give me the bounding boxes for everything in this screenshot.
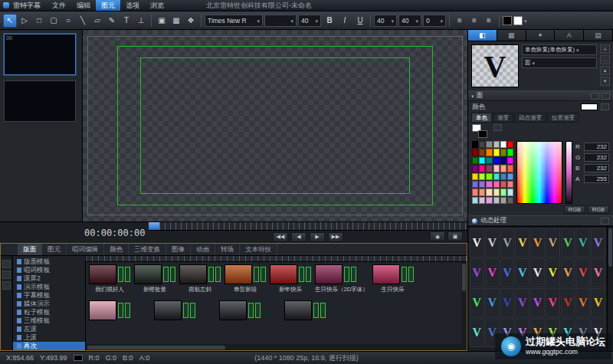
palette-swatch[interactable] — [479, 197, 485, 204]
vertical-text-tool-icon[interactable]: ⊥ — [134, 14, 148, 28]
palette-swatch[interactable] — [507, 181, 513, 188]
palette-swatch[interactable] — [486, 165, 492, 172]
outline-color-swatch[interactable] — [513, 16, 523, 25]
style-preset[interactable]: V — [500, 228, 515, 257]
style-preset[interactable]: V — [515, 288, 529, 317]
fill-color-swatch[interactable] — [503, 16, 512, 25]
palette-swatch[interactable] — [493, 189, 500, 195]
palette-swatch[interactable] — [507, 157, 513, 164]
style-preset[interactable]: V — [591, 288, 605, 317]
palette-swatch[interactable] — [500, 141, 506, 148]
bottom-tab[interactable]: 版面 — [18, 244, 42, 255]
palette-swatch[interactable] — [472, 181, 478, 188]
face-target-select[interactable]: 面 — [522, 57, 597, 68]
preview-timeline-ruler[interactable] — [149, 222, 467, 231]
palette-swatch[interactable] — [493, 181, 500, 188]
timeline-clip[interactable] — [89, 300, 130, 322]
palette-swatch[interactable] — [507, 173, 513, 180]
palette-swatch[interactable] — [479, 141, 485, 148]
palette-swatch[interactable] — [486, 189, 492, 195]
bottom-tab[interactable]: 三维变换 — [129, 244, 166, 255]
color-option-icon[interactable] — [601, 103, 609, 110]
style-preset[interactable]: V — [485, 258, 500, 287]
timeline-clip[interactable]: 摇航左斜 — [179, 264, 221, 293]
tree-item[interactable]: 再次 — [13, 342, 85, 350]
channel-value[interactable]: 255 — [584, 175, 609, 183]
palette-swatch[interactable] — [507, 197, 513, 204]
palette-swatch[interactable] — [486, 181, 492, 188]
tab-font[interactable]: A — [555, 30, 584, 41]
palette-swatch[interactable] — [500, 157, 506, 164]
align-left-icon[interactable]: ≡ — [453, 14, 467, 28]
palette-swatch[interactable] — [472, 189, 478, 195]
palette-swatch[interactable] — [493, 157, 500, 164]
bottom-tab[interactable]: 动画 — [191, 244, 215, 255]
palette-swatch[interactable] — [507, 141, 513, 148]
grid-tool-icon[interactable]: ▦ — [169, 14, 183, 28]
strip-button[interactable] — [2, 271, 11, 279]
palette-swatch[interactable] — [493, 141, 500, 148]
group-tool-icon[interactable]: ▣ — [155, 14, 169, 28]
polygon-tool-icon[interactable]: ▱ — [90, 14, 104, 28]
palette-swatch[interactable] — [493, 165, 500, 172]
dynamics-row[interactable]: 动态处理 — [468, 215, 613, 226]
tree-item[interactable]: 演示模板 — [13, 283, 85, 291]
font-style-select[interactable] — [264, 15, 297, 27]
palette-swatch[interactable] — [486, 157, 492, 164]
ellipse-tool-icon[interactable]: ○ — [61, 14, 75, 28]
timeline-clip[interactable]: 新橙捡黄 — [134, 264, 175, 293]
direct-select-tool-icon[interactable]: ▷ — [18, 14, 31, 28]
prev-frame-button[interactable]: ◀ — [291, 232, 306, 242]
playhead[interactable] — [149, 222, 159, 230]
strip-button[interactable] — [2, 260, 11, 268]
style-preset[interactable]: V — [515, 258, 529, 287]
style-preset[interactable]: V — [470, 258, 484, 287]
go-start-button[interactable]: ◀◀ — [273, 232, 288, 242]
menu-item[interactable]: 浏览 — [145, 0, 169, 11]
palette-swatch[interactable] — [486, 141, 492, 148]
snapshot-button[interactable]: ◉ — [430, 231, 445, 241]
tab-effects[interactable]: ✦ — [526, 30, 556, 41]
bottom-tab[interactable]: 颜色 — [104, 244, 129, 255]
style-preset[interactable]: V — [530, 288, 545, 317]
timeline-ruler[interactable] — [86, 256, 467, 262]
tree-item[interactable]: 粒子模板 — [13, 308, 85, 316]
current-color-swatch[interactable] — [581, 103, 598, 110]
rect-tool-icon[interactable]: □ — [32, 14, 46, 28]
palette-swatch[interactable] — [479, 181, 485, 188]
select-tool-icon[interactable]: ↖ — [3, 14, 17, 28]
tree-item[interactable]: 上滚 — [13, 333, 85, 342]
palette-swatch[interactable] — [479, 165, 485, 172]
timeline-vscrollbar[interactable] — [461, 262, 467, 344]
color-mode-tab[interactable]: 位置渐变 — [547, 113, 579, 123]
palette-swatch[interactable] — [507, 165, 513, 172]
palette-swatch[interactable] — [472, 173, 478, 180]
bottom-tab[interactable]: 图元 — [42, 244, 67, 255]
bottom-tab[interactable]: 转场 — [215, 244, 240, 255]
timeline-clip[interactable]: 恭贺新禧 — [225, 264, 266, 293]
section-option-icon[interactable] — [602, 93, 610, 100]
bottom-tab[interactable]: 唱词编辑 — [67, 244, 104, 255]
palette-swatch[interactable] — [472, 197, 478, 204]
tree-item[interactable]: 媒体演示 — [13, 300, 85, 308]
tree-item[interactable]: 唱词模板 — [13, 266, 85, 274]
style-preset[interactable]: V — [485, 228, 500, 257]
font-size-select[interactable]: 40 — [298, 15, 321, 27]
palette-swatch[interactable] — [479, 157, 485, 164]
italic-button[interactable]: I — [338, 14, 352, 28]
style-preset[interactable]: V — [485, 288, 500, 317]
palette-swatch[interactable] — [486, 173, 492, 180]
brightness-slider[interactable] — [565, 141, 572, 204]
align-center-icon[interactable]: ≡ — [467, 14, 481, 28]
timeline-clip[interactable] — [284, 300, 326, 322]
palette-swatch[interactable] — [493, 149, 500, 156]
palette-swatch[interactable] — [472, 165, 478, 172]
add-button[interactable]: + — [600, 44, 610, 54]
tab-texture[interactable]: ▦ — [497, 30, 526, 41]
color-mode-tab[interactable]: 渐变 — [493, 113, 513, 123]
menu-item[interactable]: 选项 — [120, 0, 145, 11]
style-preset[interactable]: V — [561, 258, 575, 287]
palette-swatch[interactable] — [479, 149, 485, 156]
bold-button[interactable]: B — [323, 14, 336, 28]
move-up-button[interactable]: ▴ — [600, 66, 610, 75]
